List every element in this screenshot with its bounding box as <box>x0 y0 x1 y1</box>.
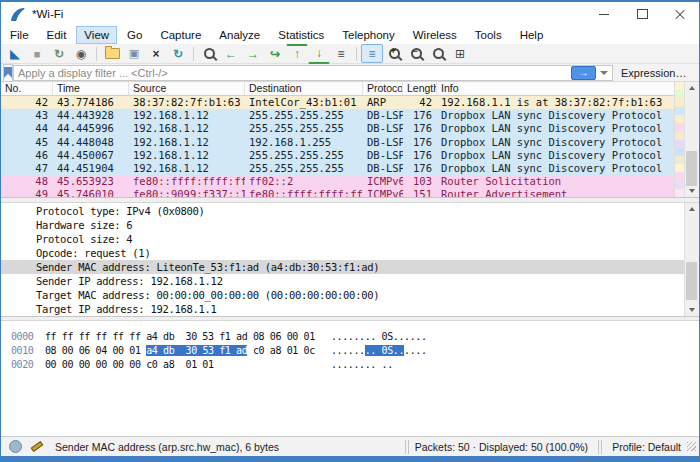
menu-file[interactable]: File <box>2 26 37 44</box>
detail-field[interactable]: Target IP address: 192.168.1.1 <box>1 302 685 316</box>
zoom-out-icon[interactable] <box>405 44 427 63</box>
open-file-icon[interactable] <box>101 44 123 63</box>
close-file-icon[interactable]: × <box>145 44 167 63</box>
scroll-up-icon[interactable] <box>685 203 699 215</box>
cell-info: 192.168.1.1 is at 38:37:82:7f:b1:63 <box>437 96 675 109</box>
auto-scroll-icon[interactable]: ≡ <box>330 44 352 63</box>
menu-wireless[interactable]: Wireless <box>405 26 465 44</box>
packet-row[interactable]: 4444.445996192.168.1.12255.255.255.255DB… <box>1 122 675 135</box>
go-forward-icon[interactable]: → <box>242 44 264 63</box>
display-filter-input[interactable] <box>14 66 571 80</box>
filter-dropdown-caret-icon[interactable] <box>600 71 608 75</box>
menu-bar: FileEditViewGoCaptureAnalyzeStatisticsTe… <box>1 26 699 44</box>
packet-row[interactable]: 4344.443928192.168.1.12255.255.255.255DB… <box>1 109 675 122</box>
scrollbar-thumb[interactable] <box>686 262 697 300</box>
status-profile[interactable]: Profile: Default <box>612 441 681 453</box>
packet-row[interactable]: 4945.746010fe80::9099:f337::10fe80::ffff… <box>1 188 675 197</box>
cell-destination: IntelCor_43:b1:01 <box>245 96 363 109</box>
zoom-100-icon[interactable] <box>427 44 449 63</box>
cell-source: 192.168.1.12 <box>129 162 245 175</box>
maximize-button[interactable] <box>623 2 661 26</box>
zoom-in-icon <box>389 48 400 59</box>
go-top-icon[interactable]: ↑ <box>286 44 308 64</box>
cell-length: 151 <box>403 188 437 197</box>
save-file-icon[interactable]: ▣ <box>123 44 145 63</box>
expression-button[interactable]: Expression… <box>621 67 686 79</box>
packet-list-scrollbar[interactable] <box>684 82 699 197</box>
go-bottom-icon[interactable]: ↓ <box>308 44 330 64</box>
cell-source: 192.168.1.12 <box>129 136 245 149</box>
detail-field[interactable]: Protocol size: 4 <box>1 232 685 246</box>
hex-ascii-plain: ........ .. <box>331 359 393 370</box>
menu-capture[interactable]: Capture <box>152 26 209 44</box>
column-header-info[interactable]: Info <box>437 82 699 95</box>
bookmark-icon <box>4 67 12 78</box>
detail-field[interactable]: Sender MAC address: LiteonTe_53:f1:ad (a… <box>1 260 685 274</box>
find-packet-icon[interactable] <box>198 44 220 63</box>
capture-options-icon[interactable]: ◉ <box>70 44 92 63</box>
zoom-in-icon[interactable] <box>383 44 405 63</box>
cell-length: 176 <box>403 109 437 122</box>
column-header-destination[interactable]: Destination <box>245 82 363 95</box>
minimize-button[interactable] <box>585 2 623 26</box>
packet-row[interactable]: 4744.451904192.168.1.12255.255.255.255DB… <box>1 162 675 175</box>
hex-row[interactable]: 002000 00 00 00 00 00 c0 a8 01 01.......… <box>1 358 699 372</box>
cell-protocol: DB-LSP_ <box>363 122 403 135</box>
go-back-icon[interactable]: ← <box>220 44 242 63</box>
hex-offset: 0020 <box>11 358 33 372</box>
hex-row[interactable]: 001008 00 06 04 00 01 a4 db 30 53 f1 ad … <box>1 344 699 358</box>
restart-capture-icon[interactable]: ↻ <box>48 44 70 63</box>
window-border <box>0 0 1 462</box>
scrollbar-thumb[interactable] <box>686 151 697 186</box>
expert-info-icon[interactable] <box>9 440 22 453</box>
hex-ascii-plain: .... <box>404 345 426 356</box>
close-button[interactable] <box>661 2 699 26</box>
menu-help[interactable]: Help <box>512 26 552 44</box>
menu-go[interactable]: Go <box>119 26 150 44</box>
packet-details-tree: Protocol type: IPv4 (0x0800)Hardware siz… <box>1 203 685 316</box>
menu-telephony[interactable]: Telephony <box>334 26 402 44</box>
hex-row[interactable]: 0000ff ff ff ff ff ff a4 db 30 53 f1 ad … <box>1 330 699 344</box>
detail-field[interactable]: Opcode: request (1) <box>1 246 685 260</box>
apply-filter-button[interactable]: → <box>571 66 596 80</box>
start-capture-icon[interactable]: ◣ <box>4 44 26 63</box>
cell-protocol: ARP <box>363 96 403 109</box>
column-header-source[interactable]: Source <box>129 82 245 95</box>
column-header-protocol[interactable]: Protocol <box>363 82 403 95</box>
cell-protocol: DB-LSP_ <box>363 109 403 122</box>
filter-bookmark-button[interactable] <box>3 64 13 82</box>
packet-row[interactable]: 4644.450067192.168.1.12255.255.255.255DB… <box>1 149 675 162</box>
menu-view[interactable]: View <box>76 26 117 44</box>
detail-field[interactable]: Protocol type: IPv4 (0x0800) <box>1 204 685 218</box>
colorize-icon[interactable]: ≡ <box>361 44 383 63</box>
column-header-time[interactable]: Time <box>53 82 129 95</box>
hex-bytes: 00 00 00 00 00 00 c0 a8 01 01 <box>45 358 214 372</box>
column-header-length[interactable]: Length <box>403 82 437 95</box>
packet-list-rows: 4243.77418638:37:82:7f:b1:63IntelCor_43:… <box>1 96 675 197</box>
go-to-packet-icon[interactable]: ↪ <box>264 44 286 63</box>
stop-capture-icon[interactable]: ■ <box>26 44 48 63</box>
packet-row[interactable]: 4243.77418638:37:82:7f:b1:63IntelCor_43:… <box>1 96 675 109</box>
menu-tools[interactable]: Tools <box>467 26 510 44</box>
reload-file-icon[interactable]: ↻ <box>167 44 189 63</box>
details-scrollbar[interactable] <box>684 203 699 316</box>
capture-comment-icon[interactable] <box>31 441 44 452</box>
cell-destination: fe80::ffff:ffff:fffe <box>245 188 363 197</box>
packet-row[interactable]: 4845.653923fe80::ffff:ffff:fffeff02::2IC… <box>1 175 675 188</box>
toolbar-separator <box>96 47 97 61</box>
scroll-up-icon[interactable] <box>685 82 699 94</box>
column-header-no[interactable]: No. <box>1 82 53 95</box>
scroll-down-icon[interactable] <box>685 304 699 316</box>
menu-analyze[interactable]: Analyze <box>211 26 268 44</box>
title-bar[interactable]: *Wi-Fi <box>1 2 699 26</box>
menu-edit[interactable]: Edit <box>39 26 75 44</box>
scroll-down-icon[interactable] <box>685 185 699 197</box>
menu-statistics[interactable]: Statistics <box>270 26 332 44</box>
detail-field[interactable]: Target MAC address: 00:00:00_00:00:00 (0… <box>1 288 685 302</box>
detail-field[interactable]: Hardware size: 6 <box>1 218 685 232</box>
resize-columns-icon[interactable]: ⊞ <box>449 44 471 63</box>
packet-row[interactable]: 4544.448048192.168.1.12192.168.1.255DB-L… <box>1 136 675 149</box>
detail-field[interactable]: Sender IP address: 192.168.1.12 <box>1 274 685 288</box>
resize-grip-icon[interactable] <box>687 442 696 451</box>
hex-ascii-selected: .. 0S.. <box>365 345 404 356</box>
